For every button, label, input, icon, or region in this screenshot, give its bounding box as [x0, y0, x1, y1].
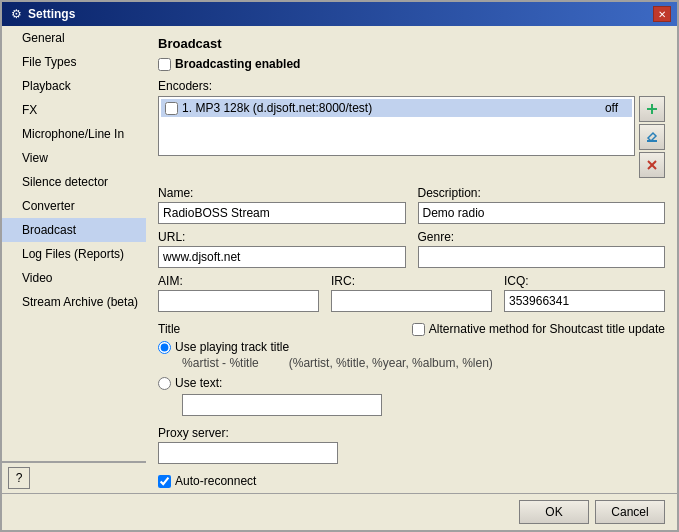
alt-method-row: Alternative method for Shoutcast title u…	[412, 322, 665, 336]
aim-irc-icq-row: AIM: IRC: ICQ:	[158, 274, 665, 312]
edit-icon	[645, 130, 659, 144]
description-field: Description:	[418, 186, 665, 224]
sidebar-item-playback[interactable]: Playback	[2, 74, 146, 98]
genre-label: Genre:	[418, 230, 665, 244]
name-label: Name:	[158, 186, 405, 200]
settings-icon: ⚙	[8, 6, 24, 22]
title-section: Title Alternative method for Shoutcast t…	[158, 322, 665, 420]
svg-marker-3	[648, 133, 656, 141]
icq-field: ICQ:	[504, 274, 665, 312]
url-field: URL:	[158, 230, 405, 268]
icq-input[interactable]	[504, 290, 665, 312]
encoder-list: 1. MP3 128k (d.djsoft.net:8000/test) off	[158, 96, 635, 156]
title-bar: ⚙ Settings ✕	[2, 2, 677, 26]
name-input[interactable]	[158, 202, 405, 224]
proxy-label: Proxy server:	[158, 426, 229, 440]
auto-reconnect-row: Auto-reconnect	[158, 474, 665, 488]
auto-reconnect-label[interactable]: Auto-reconnect	[175, 474, 256, 488]
use-track-radio[interactable]	[158, 341, 171, 354]
irc-label: IRC:	[331, 274, 492, 288]
encoder-text: 1. MP3 128k (d.djsoft.net:8000/test)	[182, 101, 601, 115]
sidebar-item-general[interactable]: General	[2, 26, 146, 50]
sidebar-items: General File Types Playback FX Microphon…	[2, 26, 146, 461]
encoder-buttons	[639, 96, 665, 178]
sidebar-item-fx[interactable]: FX	[2, 98, 146, 122]
sidebar-item-broadcast[interactable]: Broadcast	[2, 218, 146, 242]
use-text-radio-row: Use text:	[158, 376, 665, 390]
broadcasting-enabled-label[interactable]: Broadcasting enabled	[175, 57, 300, 71]
sidebar-item-microphone[interactable]: Microphone/Line In	[2, 122, 146, 146]
aim-field: AIM:	[158, 274, 319, 312]
sidebar-item-logfiles[interactable]: Log Files (Reports)	[2, 242, 146, 266]
section-title: Broadcast	[158, 36, 665, 51]
sidebar-footer: ?	[2, 462, 146, 493]
sidebar: General File Types Playback FX Microphon…	[2, 26, 146, 493]
irc-input[interactable]	[331, 290, 492, 312]
add-icon	[645, 102, 659, 116]
window-title: Settings	[28, 7, 75, 21]
sidebar-item-silence[interactable]: Silence detector	[2, 170, 146, 194]
use-text-input-row	[182, 394, 665, 416]
name-description-row: Name: Description:	[158, 186, 665, 224]
use-track-radio-row: Use playing track title	[158, 340, 665, 354]
add-encoder-button[interactable]	[639, 96, 665, 122]
url-label: URL:	[158, 230, 405, 244]
irc-field: IRC:	[331, 274, 492, 312]
url-genre-row: URL: Genre:	[158, 230, 665, 268]
close-button[interactable]: ✕	[653, 6, 671, 22]
name-field: Name:	[158, 186, 405, 224]
format-row: %artist - %title (%artist, %title, %year…	[182, 356, 665, 370]
proxy-input[interactable]	[158, 442, 338, 464]
broadcasting-enabled-row: Broadcasting enabled	[158, 57, 665, 71]
title-section-label: Title	[158, 322, 180, 336]
title-buttons: ✕	[653, 6, 671, 22]
proxy-section: Proxy server:	[158, 426, 665, 464]
encoder-checkbox[interactable]	[165, 102, 178, 115]
title-header-row: Title Alternative method for Shoutcast t…	[158, 322, 665, 336]
format-artist-text: %artist - %title	[182, 356, 259, 370]
ok-button[interactable]: OK	[519, 500, 589, 524]
window-content: General File Types Playback FX Microphon…	[2, 26, 677, 493]
use-text-radio[interactable]	[158, 377, 171, 390]
sidebar-item-video[interactable]: Video	[2, 266, 146, 290]
help-button[interactable]: ?	[8, 467, 30, 489]
encoder-status: off	[605, 101, 628, 115]
sidebar-item-view[interactable]: View	[2, 146, 146, 170]
settings-window: ⚙ Settings ✕ General File Types Playback…	[0, 0, 679, 532]
sidebar-item-filetypes[interactable]: File Types	[2, 50, 146, 74]
cancel-button[interactable]: Cancel	[595, 500, 665, 524]
aim-input[interactable]	[158, 290, 319, 312]
description-label: Description:	[418, 186, 665, 200]
genre-input[interactable]	[418, 246, 665, 268]
encoder-section: 1. MP3 128k (d.djsoft.net:8000/test) off	[158, 96, 665, 178]
delete-encoder-button[interactable]	[639, 152, 665, 178]
description-input[interactable]	[418, 202, 665, 224]
delete-icon	[645, 158, 659, 172]
icq-label: ICQ:	[504, 274, 665, 288]
url-input[interactable]	[158, 246, 405, 268]
encoders-label: Encoders:	[158, 79, 665, 93]
aim-label: AIM:	[158, 274, 319, 288]
encoder-row[interactable]: 1. MP3 128k (d.djsoft.net:8000/test) off	[161, 99, 632, 117]
title-radio-group: Use playing track title %artist - %title…	[158, 340, 665, 416]
format-full-text: (%artist, %title, %year, %album, %len)	[289, 356, 493, 370]
use-track-label[interactable]: Use playing track title	[175, 340, 289, 354]
auto-reconnect-checkbox[interactable]	[158, 475, 171, 488]
use-text-input[interactable]	[182, 394, 382, 416]
svg-rect-1	[647, 108, 657, 110]
main-area: Broadcast Broadcasting enabled Encoders:…	[146, 26, 677, 493]
sidebar-item-converter[interactable]: Converter	[2, 194, 146, 218]
footer: OK Cancel	[2, 493, 677, 530]
sidebar-item-streamarchive[interactable]: Stream Archive (beta)	[2, 290, 146, 314]
bottom-checkboxes: Auto-reconnect Do not limit decode rate …	[158, 474, 665, 493]
edit-encoder-button[interactable]	[639, 124, 665, 150]
broadcasting-enabled-checkbox[interactable]	[158, 58, 171, 71]
alt-method-label[interactable]: Alternative method for Shoutcast title u…	[429, 322, 665, 336]
use-text-label[interactable]: Use text:	[175, 376, 222, 390]
alt-method-checkbox[interactable]	[412, 323, 425, 336]
genre-field: Genre:	[418, 230, 665, 268]
title-bar-left: ⚙ Settings	[8, 6, 75, 22]
